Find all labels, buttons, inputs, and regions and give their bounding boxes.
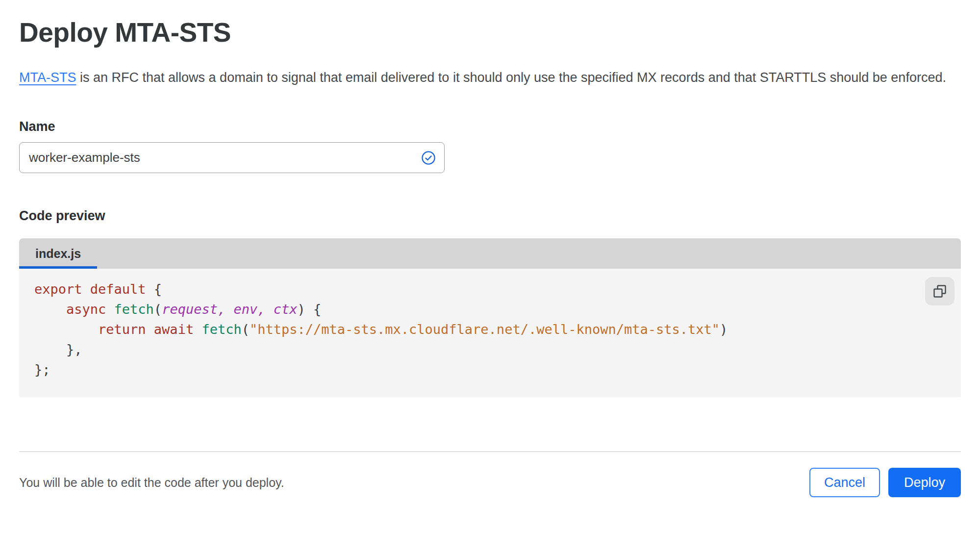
code-editor: export default { async fetch(request, en… <box>19 269 961 397</box>
mta-sts-link[interactable]: MTA-STS <box>19 70 76 85</box>
footer-actions: Cancel Deploy <box>809 468 961 497</box>
code-tab-bar: index.js <box>19 238 961 269</box>
copy-icon <box>932 284 947 299</box>
cancel-button[interactable]: Cancel <box>809 468 880 497</box>
name-input-wrapper <box>19 142 445 173</box>
code-preview-label: Code preview <box>19 208 961 224</box>
code-lines: export default { async fetch(request, en… <box>19 269 961 380</box>
copy-code-button[interactable] <box>925 277 955 305</box>
description-text: is an RFC that allows a domain to signal… <box>76 70 946 85</box>
footer: You will be able to edit the code after … <box>19 452 961 497</box>
description: MTA-STS is an RFC that allows a domain t… <box>19 67 956 89</box>
name-label: Name <box>19 119 961 134</box>
tab-index-js[interactable]: index.js <box>19 238 97 269</box>
page-title: Deploy MTA-STS <box>19 0 961 48</box>
footer-note: You will be able to edit the code after … <box>19 476 284 490</box>
name-input[interactable] <box>19 142 445 173</box>
deploy-button[interactable]: Deploy <box>888 468 961 497</box>
deploy-mta-sts-page: Deploy MTA-STS MTA-STS is an RFC that al… <box>0 0 980 497</box>
tab-label: index.js <box>35 247 81 261</box>
code-preview-panel: index.js export default { async fetch(re… <box>19 238 961 397</box>
